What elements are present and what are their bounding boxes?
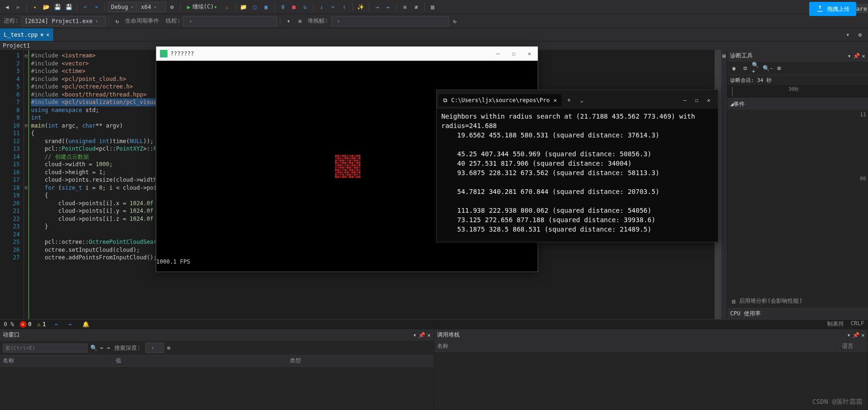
autos-body[interactable] [0, 367, 434, 410]
diag-snapshot-icon[interactable]: ⊡ [741, 64, 750, 73]
terminal-window[interactable]: ⧉ C:\Users\ljx\source\repos\Pro ✕ + ⌄ — … [436, 89, 718, 242]
open-icon[interactable]: 📂 [41, 2, 51, 12]
save-all-icon[interactable]: 💾 [64, 2, 74, 12]
folder-icon[interactable]: 📁 [239, 2, 249, 12]
platform-dropdown[interactable]: x64 [138, 2, 166, 12]
diag-pin-icon[interactable]: 📌 [853, 53, 860, 59]
diag-zoomout-icon[interactable]: 🔍- [763, 64, 772, 73]
step-into-icon[interactable]: ↓ [317, 2, 327, 12]
config-dropdown[interactable]: Debug [108, 2, 137, 12]
zoom-pct[interactable]: 0 % [4, 321, 14, 328]
new-project-icon[interactable]: ✦ [30, 2, 40, 12]
undo-icon[interactable]: ↶ [80, 2, 90, 12]
bookmark-icon[interactable]: ▤ [428, 2, 438, 12]
stop-icon[interactable]: ■ [289, 2, 299, 12]
tab-label: L_test.cpp [4, 32, 38, 38]
nav-back-icon[interactable]: ◀ [2, 2, 12, 12]
pin-icon[interactable]: ⊕ [40, 32, 43, 37]
autos-search-input[interactable] [3, 344, 88, 353]
upload-button[interactable]: 拖拽上传 [809, 2, 856, 16]
callstack-body[interactable] [434, 352, 868, 410]
nav-fwd-icon[interactable]: ▶ [13, 2, 24, 12]
outdent-icon[interactable]: ⇤ [383, 2, 394, 12]
diag-timeline[interactable]: 30秒 [727, 85, 868, 98]
diag-close-icon[interactable]: ✕ [862, 53, 865, 59]
nav-left-icon[interactable]: ← [100, 345, 104, 351]
cloud-upload-icon [816, 5, 824, 13]
split-icon[interactable]: ⊞ [719, 51, 729, 61]
hot-reload-icon[interactable]: ♨ [222, 2, 232, 12]
terminal-new-tab-icon[interactable]: + [564, 95, 574, 105]
col-lang[interactable]: 语言 [839, 341, 868, 352]
nav-next-icon[interactable]: → [64, 319, 75, 330]
step-over-icon[interactable]: ↷ [328, 2, 338, 12]
diag-heap-item[interactable]: ▤ 启用堆分析(会影响性能) [727, 294, 868, 308]
error-count[interactable]: ✕0 [20, 321, 32, 328]
line-ending[interactable]: CRLF [851, 320, 864, 328]
viz-maximize-icon[interactable]: ☐ [510, 49, 518, 58]
terminal-dropdown-icon[interactable]: ⌄ [576, 95, 587, 105]
filter-icon[interactable]: ▾ [283, 16, 294, 26]
save-icon[interactable]: 💾 [52, 2, 63, 12]
comment-icon[interactable]: ≡ [400, 2, 410, 12]
options-icon[interactable]: ≡ [167, 345, 170, 351]
terminal-output[interactable]: Neighbors within radius search at (21.71… [437, 109, 718, 237]
nav-prev-icon[interactable]: ← [51, 319, 62, 330]
col-name[interactable]: 名称 [434, 341, 840, 352]
depth-label: 搜索深度: [112, 344, 142, 352]
diag-reset-icon[interactable]: ⊞ [774, 64, 784, 73]
panel-dropdown-icon[interactable]: ▾ [847, 332, 851, 338]
viz-titlebar[interactable]: ??????? — ☐ ✕ [156, 47, 538, 61]
panel-close-icon[interactable]: ✕ [427, 332, 430, 338]
terminal-tab-close-icon[interactable]: ✕ [554, 97, 557, 104]
fold-gutter[interactable]: ⊟⊟⊟ [24, 50, 29, 319]
panel-close-icon[interactable]: ✕ [861, 332, 865, 338]
depth-dropdown[interactable] [145, 343, 164, 353]
tab-close-icon[interactable]: ✕ [46, 32, 49, 38]
nav-right-icon[interactable]: → [106, 345, 110, 351]
tab-settings-icon[interactable]: ⚙ [855, 30, 865, 40]
diag-events-section[interactable]: ◢事件 [727, 98, 868, 110]
lifecycle-icon[interactable]: ↻ [112, 16, 122, 26]
diag-record-icon[interactable]: ◉ [729, 64, 739, 73]
window-icon[interactable]: ▢ [250, 2, 260, 12]
stackframe-dropdown[interactable] [331, 16, 449, 26]
thread-label: 线程: [164, 17, 182, 25]
col-type[interactable]: 类型 [287, 355, 434, 366]
col-value[interactable]: 值 [113, 355, 287, 366]
terminal-tab[interactable]: ⧉ C:\Users\ljx\source\repos\Pro ✕ [438, 94, 562, 106]
editor-side-icons[interactable]: ⊞ [721, 50, 727, 319]
process-dropdown[interactable]: [26324] Project1.exe [21, 16, 106, 26]
panel-pin-icon[interactable]: 📌 [418, 332, 425, 338]
viz-close-icon[interactable]: ✕ [525, 49, 534, 58]
spark-icon[interactable]: ✨ [356, 2, 366, 12]
diag-dropdown-icon[interactable]: ▾ [848, 53, 851, 59]
step-out-icon[interactable]: ↑ [339, 2, 350, 12]
tab-mode[interactable]: 制表符 [827, 320, 844, 328]
filter2-icon[interactable]: ≡ [295, 16, 305, 26]
panel-dropdown-icon[interactable]: ▾ [413, 332, 416, 338]
stack-refresh-icon[interactable]: ↻ [450, 16, 460, 26]
redo-icon[interactable]: ↷ [91, 2, 102, 12]
viz-minimize-icon[interactable]: — [494, 49, 502, 58]
diag-cpu-section[interactable]: CPU 使用率 [727, 308, 868, 319]
thread-dropdown[interactable] [183, 16, 277, 26]
terminal-minimize-icon[interactable]: — [683, 97, 686, 104]
notifications-icon[interactable]: 🔔 [80, 319, 91, 330]
search-icon[interactable]: 🔍 [90, 345, 97, 351]
col-name[interactable]: 名称 [0, 355, 113, 366]
uncomment-icon[interactable]: ≢ [411, 2, 422, 12]
tab-active[interactable]: L_test.cpp ⊕ ✕ [0, 28, 53, 41]
config-mgr-icon[interactable]: ⚙ [167, 2, 177, 12]
tabs-overflow-icon[interactable]: ▾ [843, 30, 853, 40]
warning-count[interactable]: ⚠1 [37, 321, 46, 328]
terminal-maximize-icon[interactable]: ☐ [695, 97, 699, 104]
terminal-close-icon[interactable]: ✕ [707, 97, 710, 104]
restart-icon[interactable]: ↻ [300, 2, 311, 12]
indent-icon[interactable]: ⇥ [372, 2, 382, 12]
continue-button[interactable]: ▶ 继续(C) ▾ [183, 2, 221, 12]
pause-icon[interactable]: ⏸ [278, 2, 288, 12]
window2-icon[interactable]: ▣ [261, 2, 271, 12]
diag-zoomin-icon[interactable]: 🔍+ [752, 64, 761, 73]
panel-pin-icon[interactable]: 📌 [852, 332, 860, 338]
